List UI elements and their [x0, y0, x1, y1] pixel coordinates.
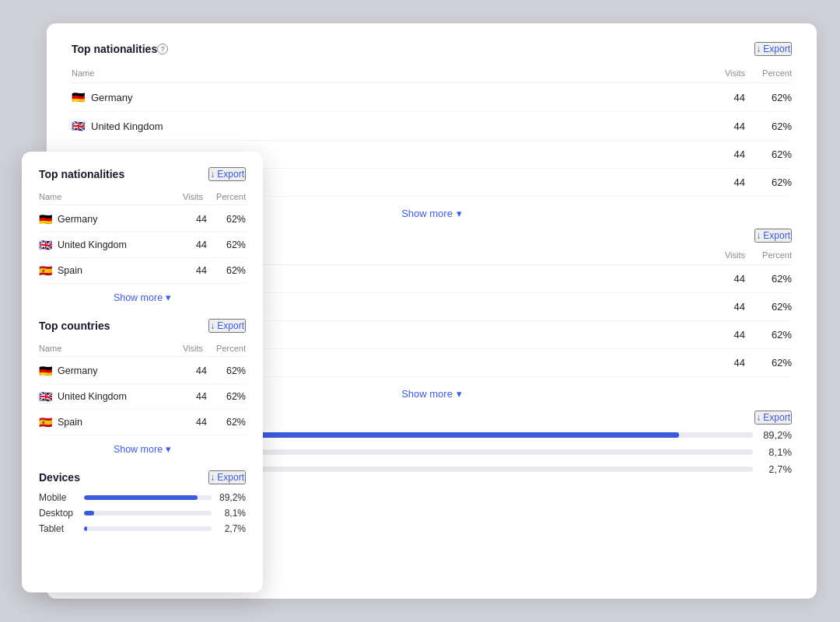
chevron-down-icon: ▾ [457, 208, 462, 219]
front-countries-row-germany: 🇩🇪 Germany 44 62% [39, 358, 246, 384]
front-country-germany: Germany [58, 214, 97, 225]
back-nat-row-germany: 🇩🇪 Germany 44 62% [72, 83, 792, 112]
front-desktop-bar-fill [84, 511, 94, 515]
front-top-nat-export[interactable]: ↓ Export [208, 167, 246, 181]
chevron-down-icon-4: ▾ [166, 443, 171, 455]
back-flag-uk: 🇬🇧 [72, 120, 85, 132]
front-device-row-tablet: Tablet 2,7% [39, 523, 246, 534]
front-devices-header: Devices ↓ Export [39, 470, 246, 484]
front-tablet-bar-track [84, 526, 212, 531]
back-top-nationalities-title: Top nationalities [72, 43, 157, 55]
front-nat-row-uk: 🇬🇧 United Kingdom 44 62% [39, 232, 246, 258]
front-top-countries-export[interactable]: ↓ Export [208, 319, 246, 333]
back-top-nationalities-export[interactable]: ↓ Export [754, 42, 792, 56]
back-info-icon: ? [157, 44, 168, 54]
export-arrow-icon-2: ↓ [756, 230, 761, 241]
front-flag-spain: 🇪🇸 [39, 264, 52, 277]
back-country-germany: Germany [91, 92, 132, 103]
front-nat-row-spain: 🇪🇸 Spain 44 62% [39, 258, 246, 284]
export-arrow-front-1: ↓ [210, 169, 215, 180]
front-top-countries-table-header: Name Visits Percent [39, 341, 246, 357]
front-top-countries-header: Top countries ↓ Export [39, 319, 246, 333]
back-nat-row-uk: 🇬🇧 United Kingdom 44 62% [72, 112, 792, 141]
back-top-nationalities-header: Top nationalities ? ↓ Export [72, 42, 792, 56]
front-devices-title: Devices [39, 471, 80, 484]
front-device-row-desktop: Desktop 8,1% [39, 508, 246, 519]
front-countries-show-more[interactable]: Show more ▾ [39, 435, 246, 458]
front-countries-spain: Spain [58, 417, 82, 428]
front-flag-uk: 🇬🇧 [39, 239, 52, 251]
front-top-nat-table-header: Name Visits Percent [39, 189, 246, 205]
front-country-spain: Spain [58, 265, 82, 276]
front-nat-row-germany: 🇩🇪 Germany 44 62% [39, 207, 246, 232]
front-mobile-bar-fill [84, 495, 198, 500]
front-countries-germany: Germany [58, 365, 97, 376]
front-tablet-bar-fill [84, 526, 87, 531]
back-devices-export[interactable]: ↓ Export [754, 411, 792, 425]
back-flag-germany: 🇩🇪 [72, 91, 85, 103]
export-arrow-icon: ↓ [756, 44, 761, 54]
front-top-countries-title: Top countries [39, 320, 110, 332]
export-arrow-front-2: ↓ [210, 320, 215, 331]
front-country-uk: United Kingdom [58, 239, 127, 250]
chevron-down-icon-2: ▾ [457, 388, 462, 400]
back-country-uk: United Kingdom [91, 121, 163, 132]
front-card: Top nationalities ↓ Export Name Visits P… [22, 152, 263, 592]
front-device-row-mobile: Mobile 89,2% [39, 492, 246, 503]
front-flag-germany: 🇩🇪 [39, 213, 52, 225]
export-arrow-icon-3: ↓ [756, 412, 761, 423]
front-top-nat-title: Top nationalities [39, 168, 124, 180]
front-countries-uk: United Kingdom [58, 391, 127, 402]
back-top-nat-table-header: Name Visits Percent [72, 64, 792, 83]
front-mobile-bar-track [84, 495, 212, 500]
back-second-export[interactable]: ↓ Export [754, 229, 792, 243]
chevron-down-icon-3: ▾ [166, 292, 171, 303]
front-nat-show-more[interactable]: Show more ▾ [39, 284, 246, 306]
front-desktop-bar-track [84, 511, 212, 515]
front-countries-flag-uk: 🇬🇧 [39, 390, 52, 403]
front-devices-export[interactable]: ↓ Export [208, 470, 246, 484]
front-countries-flag-spain: 🇪🇸 [39, 416, 52, 428]
front-countries-row-spain: 🇪🇸 Spain 44 62% [39, 410, 246, 435]
front-top-nat-header: Top nationalities ↓ Export [39, 167, 246, 181]
front-devices-section: Mobile 89,2% Desktop 8,1% Tablet 2,7% [39, 492, 246, 534]
front-countries-flag-germany: 🇩🇪 [39, 365, 52, 377]
export-arrow-front-3: ↓ [210, 472, 215, 483]
front-countries-row-uk: 🇬🇧 United Kingdom 44 62% [39, 384, 246, 410]
section-divider-1 [39, 306, 246, 319]
section-divider-2 [39, 458, 246, 470]
